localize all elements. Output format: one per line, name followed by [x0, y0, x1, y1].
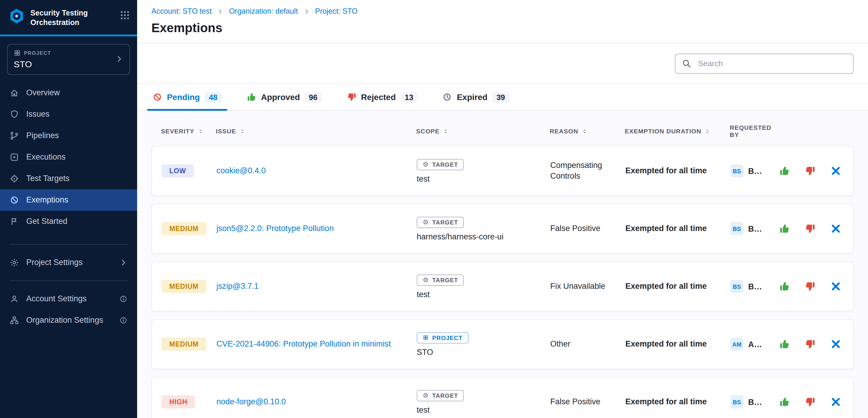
app-title: Security Testing Orchestration [30, 8, 115, 28]
requested-by: BS Bhavya S... [730, 164, 763, 177]
scope-name: harness/harness-core-ui [417, 232, 503, 241]
table-row[interactable]: MEDIUM json5@2.2.0: Prototype Pollution … [151, 204, 854, 254]
chevron-right-icon [119, 258, 128, 267]
reject-button[interactable] [805, 166, 815, 176]
organization-icon [9, 315, 19, 325]
thumbs-up-icon [779, 281, 790, 292]
column-header-scope: SCOPE [416, 128, 545, 135]
reject-button[interactable] [805, 339, 815, 350]
scope-pill: TARGET [417, 159, 464, 170]
reject-button[interactable] [805, 281, 815, 292]
cancel-button[interactable] [831, 396, 841, 407]
thumbs-up-icon [779, 166, 790, 176]
requester-name: Bhavya S... [748, 282, 763, 291]
approve-button[interactable] [779, 396, 790, 407]
tab-approved[interactable]: Approved 96 [247, 84, 321, 110]
cancel-button[interactable] [831, 223, 841, 234]
approve-button[interactable] [779, 166, 790, 176]
sidebar-item-test-targets[interactable]: Test Targets [0, 168, 137, 189]
app-window: Security Testing Orchestration PROJECT S… [0, 0, 868, 418]
breadcrumb: Account: STO test Organization: default … [151, 7, 854, 15]
search-input[interactable] [697, 58, 846, 68]
project-selector-value: STO [14, 59, 115, 69]
requested-by: BS Bhavya S... [730, 395, 763, 409]
reject-button[interactable] [805, 223, 815, 234]
executions-icon [9, 152, 19, 162]
reason: Fix Unavailable [550, 281, 621, 292]
close-icon [831, 281, 841, 292]
project-selector[interactable]: PROJECT STO [7, 44, 130, 75]
sidebar-item-account-settings[interactable]: Account Settings [0, 288, 137, 309]
thumbs-down-icon [805, 223, 815, 234]
sort-icon[interactable] [443, 128, 449, 134]
overview-icon [9, 88, 19, 97]
scope-pill: TARGET [417, 274, 464, 285]
issue-link[interactable]: cookie@0.4.0 [216, 166, 266, 175]
thumbs-down-icon [347, 92, 356, 102]
exemptions-icon [9, 195, 19, 205]
table-row[interactable]: MEDIUM jszip@3.7.1 TARGET test Fix Unava… [151, 262, 854, 311]
gear-icon [9, 257, 19, 267]
requester-name: Bhavya S... [748, 397, 763, 407]
main-content: Account: STO test Organization: default … [137, 0, 868, 418]
sidebar-item-label: Issues [26, 110, 50, 118]
sidebar-item-pipelines[interactable]: Pipelines [0, 125, 137, 146]
approve-button[interactable] [779, 281, 790, 292]
sidebar-item-organization-settings[interactable]: Organization Settings [0, 309, 137, 331]
scope-type-label: TARGET [432, 277, 458, 283]
sidebar-item-exemptions[interactable]: Exemptions [0, 189, 137, 210]
tab-pending[interactable]: Pending 48 [153, 84, 221, 110]
scope-name: test [417, 174, 430, 183]
requested-by: BS Bhavya S... [730, 280, 763, 293]
severity-badge: MEDIUM [161, 338, 206, 351]
scope-pill: TARGET [417, 390, 464, 401]
sort-icon[interactable] [581, 128, 588, 134]
tab-expired[interactable]: Expired 39 [443, 84, 509, 110]
divider [9, 280, 128, 281]
table-row[interactable]: MEDIUM CVE-2021-44906: Prototype Polluti… [151, 319, 854, 369]
breadcrumb-account[interactable]: Account: STO test [151, 7, 212, 15]
search-box [675, 53, 854, 73]
sidebar-item-executions[interactable]: Executions [0, 146, 137, 168]
sort-icon[interactable] [704, 128, 711, 134]
breadcrumb-organization[interactable]: Organization: default [229, 7, 298, 15]
breadcrumb-project[interactable]: Project: STO [315, 7, 358, 15]
exemption-duration: Exempted for all time [625, 396, 725, 407]
tab-rejected[interactable]: Rejected 13 [347, 84, 417, 110]
tab-label: Pending [167, 92, 200, 102]
sort-icon[interactable] [197, 128, 204, 134]
table-row[interactable]: LOW cookie@0.4.0 TARGET test Compensatin… [151, 146, 854, 196]
sidebar: Security Testing Orchestration PROJECT S… [0, 0, 137, 418]
sidebar-item-issues[interactable]: Issues [0, 103, 137, 125]
exemption-duration: Exempted for all time [625, 166, 725, 176]
reject-button[interactable] [805, 396, 815, 407]
sidebar-item-label: Executions [26, 152, 66, 161]
cancel-button[interactable] [831, 339, 841, 350]
severity-badge: MEDIUM [161, 222, 206, 235]
table-row[interactable]: HIGH node-forge@0.10.0 TARGET test False… [151, 377, 854, 418]
issue-link[interactable]: jszip@3.7.1 [216, 282, 259, 290]
pending-icon [153, 92, 162, 102]
cancel-button[interactable] [831, 281, 841, 292]
cancel-button[interactable] [831, 166, 841, 176]
issue-link[interactable]: CVE-2021-44906: Prototype Pollution in m… [216, 339, 391, 348]
get-started-icon [9, 216, 19, 226]
module-grid-icon[interactable] [120, 10, 130, 20]
tab-count: 48 [205, 92, 221, 102]
issue-link[interactable]: node-forge@0.10.0 [216, 397, 286, 406]
avatar: BS [730, 164, 743, 177]
close-icon [831, 223, 841, 234]
target-icon [423, 392, 429, 398]
sidebar-item-label: Test Targets [26, 174, 69, 183]
thumbs-up-icon [779, 396, 790, 407]
sidebar-item-overview[interactable]: Overview [0, 82, 137, 103]
info-icon[interactable] [119, 294, 128, 303]
approve-button[interactable] [779, 223, 790, 234]
info-icon[interactable] [119, 316, 128, 324]
sort-icon[interactable] [239, 128, 246, 134]
approve-button[interactable] [779, 339, 790, 350]
sidebar-item-project-settings[interactable]: Project Settings [0, 252, 137, 273]
sidebar-item-get-started[interactable]: Get Started [0, 210, 137, 232]
issue-link[interactable]: json5@2.2.0: Prototype Pollution [216, 224, 334, 233]
row-actions [767, 396, 843, 407]
